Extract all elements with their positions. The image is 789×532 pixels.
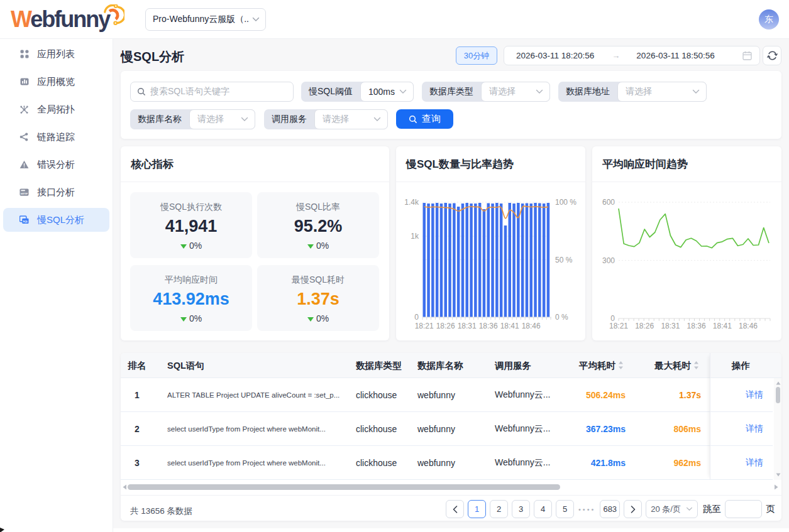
svg-text:18:41: 18:41 bbox=[500, 322, 519, 330]
svg-text:18:26: 18:26 bbox=[436, 322, 455, 330]
svg-text:50 %: 50 % bbox=[555, 256, 573, 264]
svg-text:18:21: 18:21 bbox=[415, 322, 434, 330]
svg-text:100 %: 100 % bbox=[555, 198, 577, 207]
svg-text:18:36: 18:36 bbox=[479, 322, 498, 330]
svg-text:18:41: 18:41 bbox=[713, 322, 732, 330]
svg-text:18:46: 18:46 bbox=[739, 322, 758, 330]
svg-text:HTTP: HTTP bbox=[21, 192, 28, 195]
svg-text:1k: 1k bbox=[411, 232, 419, 241]
svg-text:1.4k: 1.4k bbox=[404, 198, 419, 207]
svg-text:18:31: 18:31 bbox=[458, 322, 477, 330]
svg-text:18:26: 18:26 bbox=[635, 322, 654, 330]
svg-text:18:36: 18:36 bbox=[687, 322, 706, 330]
svg-text:18:46: 18:46 bbox=[522, 322, 541, 330]
svg-text:300: 300 bbox=[602, 256, 615, 265]
svg-text:0 %: 0 % bbox=[555, 313, 568, 322]
svg-text:18:21: 18:21 bbox=[609, 322, 628, 330]
svg-text:600: 600 bbox=[602, 198, 615, 207]
svg-text:SQL: SQL bbox=[23, 220, 28, 223]
svg-text:18:31: 18:31 bbox=[661, 322, 680, 330]
svg-text:0: 0 bbox=[414, 313, 419, 322]
